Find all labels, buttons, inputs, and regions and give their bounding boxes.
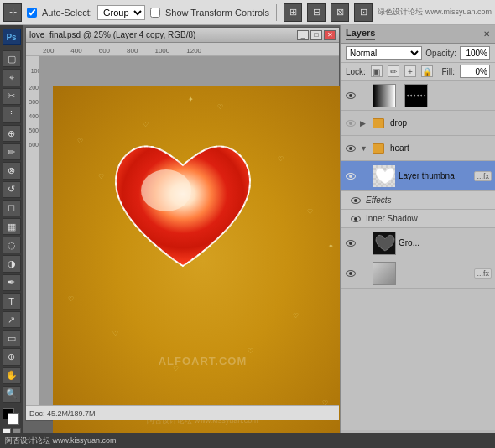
healing-tool[interactable]: ⊕ — [3, 125, 21, 142]
3d-tool[interactable]: ⊕ — [3, 348, 21, 365]
maximize-button[interactable]: □ — [310, 30, 322, 40]
close-button[interactable]: ✕ — [324, 30, 336, 40]
auto-select-checkbox[interactable] — [27, 8, 37, 18]
blend-mode-row: Normal Opacity: 100% — [341, 44, 495, 63]
lasso-tool[interactable]: ⌖ — [3, 69, 21, 86]
eraser-tool[interactable]: ◻ — [3, 200, 21, 216]
folder-icon-drop — [373, 118, 384, 128]
layer-thumb-gradient — [373, 84, 396, 107]
selection-tool[interactable]: ▢ — [3, 50, 21, 67]
tool-panel: Ps ▢ ⌖ ✂ ⋮ ⊕ ✏ ⊗ ↺ ◻ ▦ ◌ ◑ ✒ T ↗ ▭ ⊕ ✋ 🔍… — [0, 25, 23, 448]
layer-name-heart: heart — [390, 143, 492, 153]
ruler-mark-200: 200 — [43, 47, 54, 55]
main-area: Ps ▢ ⌖ ✂ ⋮ ⊕ ✏ ⊗ ↺ ◻ ▦ ◌ ◑ ✒ T ↗ ▭ ⊕ ✋ 🔍… — [0, 25, 495, 448]
layer-name-drop: drop — [390, 118, 492, 128]
lock-pixels-button[interactable]: ▣ — [371, 65, 383, 77]
blend-mode-select[interactable]: Normal — [346, 46, 422, 60]
foreground-color[interactable] — [3, 408, 21, 425]
layers-tab[interactable]: Layers — [346, 28, 375, 40]
expand-heart[interactable]: ▼ — [360, 144, 370, 153]
clone-tool[interactable]: ⊗ — [3, 162, 21, 179]
ruler-top: 200 400 600 800 1000 1200 — [26, 43, 339, 56]
gradient-tool[interactable]: ▦ — [3, 218, 21, 235]
ruler-mark-1200: 1200 — [186, 47, 201, 55]
separator-1 — [276, 4, 277, 21]
zoom-tool[interactable]: 🔍 — [3, 386, 21, 403]
layer-thumb-gro — [373, 232, 396, 255]
align-icon-1[interactable]: ⊞ — [284, 3, 302, 22]
heart-svg — [99, 132, 267, 291]
layer-item-hands[interactable]: ...fx — [341, 258, 495, 289]
visibility-eye-inner-shadow[interactable] — [349, 212, 362, 226]
lock-paint-button[interactable]: ✏ — [388, 65, 399, 77]
text-tool[interactable]: T — [3, 293, 21, 310]
document-titlebar: love_final.psd @ 25% (Layer 4 copy, RGB/… — [26, 28, 339, 43]
logo-text: 绿色设计论坛 www.missyuan.com — [378, 7, 492, 18]
align-icon-4[interactable]: ⊡ — [354, 3, 373, 22]
visibility-eye-layer4[interactable] — [344, 169, 357, 183]
lock-label: Lock: — [346, 67, 366, 76]
eyedropper-tool[interactable]: ⋮ — [3, 107, 21, 123]
ruler-mark-400: 400 — [70, 47, 81, 55]
show-transform-checkbox[interactable] — [150, 8, 160, 18]
lock-move-button[interactable]: + — [404, 65, 416, 77]
crop-tool[interactable]: ✂ — [3, 88, 21, 105]
auto-select-label: Auto-Select: — [42, 8, 92, 18]
svg-point-0 — [141, 169, 191, 211]
sparkle-5: ♡ — [278, 155, 284, 163]
expand-drop[interactable]: ▶ — [360, 119, 370, 128]
visibility-eye-hands[interactable] — [344, 267, 357, 280]
layer-fx-layer4: ...fx — [474, 171, 492, 181]
canvas-image[interactable]: ♡ ♡ ♡ ♡ ♡ ♡ ♡ ♡ ♡ ♡ ♡ ♡ ✦ ✦ — [53, 86, 340, 435]
ruler-mark-800: 800 — [127, 47, 138, 55]
visibility-eye-drop[interactable] — [344, 117, 357, 130]
sparkle-11: ♡ — [293, 312, 299, 320]
sparkle-7: ♡ — [68, 295, 74, 303]
visibility-eye-heart[interactable] — [344, 142, 357, 155]
layer-item-heart[interactable]: ▼ heart — [341, 136, 495, 161]
dodge-tool[interactable]: ◑ — [3, 255, 21, 272]
align-icon-2[interactable]: ⊟ — [307, 3, 326, 22]
hand-tool[interactable]: ✋ — [3, 367, 21, 384]
shape-tool[interactable]: ▭ — [3, 330, 21, 346]
ruler-left: 100 200 300 400 500 600 — [26, 56, 39, 405]
visibility-eye-effects[interactable] — [349, 194, 362, 207]
layer-item-layer4copy[interactable]: Layer thumbna ...fx — [341, 161, 495, 191]
document-window: love_final.psd @ 25% (Layer 4 copy, RGB/… — [25, 27, 340, 421]
layers-close-button[interactable]: ✕ — [483, 29, 490, 39]
ps-bottom-text: 阿否设计论坛 www.kissyuan.com — [5, 435, 117, 446]
minimize-button[interactable]: _ — [297, 30, 309, 40]
brush-tool[interactable]: ✏ — [3, 143, 21, 160]
pen-tool[interactable]: ✒ — [3, 274, 21, 291]
lock-row: Lock: ▣ ✏ + 🔒 Fill: 0% — [341, 63, 495, 81]
effects-header: Effects — [341, 191, 495, 210]
canvas-background: ♡ ♡ ♡ ♡ ♡ ♡ ♡ ♡ ♡ ♡ ♡ ♡ ✦ ✦ — [53, 86, 340, 435]
ruler-mark-600: 600 — [99, 47, 110, 55]
opacity-input[interactable]: 100% — [460, 46, 490, 60]
auto-select-dropdown[interactable]: Group — [97, 5, 145, 20]
layer-item-drop[interactable]: ▶ drop — [341, 111, 495, 136]
layer-list: ✦✦✦✦✦✦✦✦ ▶ drop ▼ heart — [341, 81, 495, 430]
effects-label: Effects — [366, 195, 392, 205]
watermark: ALFOART.COM — [159, 355, 248, 367]
path-tool[interactable]: ↗ — [3, 311, 21, 328]
layer-item-gradient-map[interactable]: ✦✦✦✦✦✦✦✦ — [341, 81, 495, 111]
window-buttons: _ □ ✕ — [297, 30, 336, 40]
show-transform-label: Show Transform Controls — [165, 8, 269, 18]
fill-label: Fill: — [441, 67, 455, 76]
fill-input[interactable]: 0% — [460, 65, 490, 78]
visibility-eye-gro[interactable] — [344, 237, 357, 250]
move-tool-icon[interactable]: ⊹ — [3, 3, 22, 22]
ruler-marks: 200 400 600 800 1000 1200 — [39, 47, 339, 55]
layer-name-layer4: Layer thumbna — [399, 171, 472, 180]
history-tool[interactable]: ↺ — [3, 181, 21, 198]
ps-logo: Ps — [3, 29, 21, 45]
lock-all-button[interactable]: 🔒 — [421, 65, 433, 77]
blur-tool[interactable]: ◌ — [3, 237, 21, 253]
visibility-eye-gradient[interactable] — [344, 89, 357, 102]
top-toolbar: ⊹ Auto-Select: Group Show Transform Cont… — [0, 0, 495, 25]
layer-item-gro[interactable]: Gro... — [341, 228, 495, 258]
layer-name-gro: Gro... — [399, 238, 492, 247]
align-icon-3[interactable]: ⊠ — [331, 3, 349, 22]
ruler-mark-1000: 1000 — [154, 47, 169, 55]
